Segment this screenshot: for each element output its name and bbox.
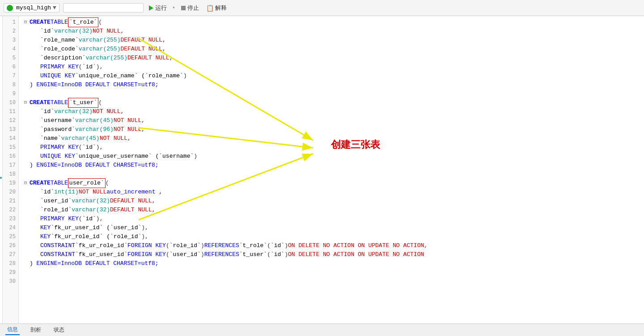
- bottom-tab-status[interactable]: 状态: [52, 325, 66, 335]
- stop-button[interactable]: 停止: [179, 3, 201, 13]
- code-line-8: ) ENGINE=InnoDB DEFAULT CHARSET=utf8;: [22, 80, 644, 89]
- toolbar: mysql_high ▼ 运行 ▪ 停止 📋 解释: [0, 0, 644, 16]
- code-line-1: ⊟CREATE TABLE `t_role` (: [22, 18, 644, 27]
- explain-button[interactable]: 📋 解释: [204, 3, 229, 13]
- line-number-2: 2: [3, 27, 18, 36]
- code-line-13: `password` varchar(96) NOT NULL,: [22, 125, 644, 134]
- line-number-3: 3: [3, 36, 18, 45]
- line-number-23: 23: [3, 214, 18, 223]
- code-line-7: UNIQUE KEY `unique_role_name` (`role_nam…: [22, 71, 644, 80]
- code-line-5: `description` varchar(255) DEFAULT NULL,: [22, 54, 644, 63]
- table-name: `t_user`: [68, 98, 98, 108]
- line-number-14: 14: [3, 134, 18, 143]
- fold-icon-21: [22, 198, 29, 204]
- bottom-tab-profile[interactable]: 剖析: [29, 325, 43, 335]
- line-number-26: 26: [3, 241, 18, 250]
- line-number-19: 19: [3, 179, 18, 188]
- code-area[interactable]: ⊟CREATE TABLE `t_role` (`id` varchar(32)…: [19, 16, 644, 323]
- line-number-29: 29: [3, 268, 18, 277]
- line-number-25: 25: [3, 232, 18, 241]
- fold-icon-10[interactable]: ⊟: [22, 100, 29, 106]
- line-numbers: 1234567891011121314151617181920212223242…: [3, 16, 19, 323]
- db-selector[interactable]: mysql_high ▼: [4, 3, 59, 13]
- fold-icon-7: [22, 73, 29, 79]
- fold-icon-17: [22, 162, 29, 168]
- stop-label: 停止: [187, 4, 199, 12]
- line-number-1: 1: [3, 18, 18, 27]
- stop-icon: [181, 6, 186, 10]
- separator1: ▪: [172, 4, 176, 11]
- fold-icon-5: [22, 55, 29, 61]
- fold-icon-2: [22, 28, 29, 34]
- line-number-22: 22: [3, 206, 18, 214]
- explain-icon: 📋: [206, 4, 214, 12]
- fold-icon-1[interactable]: ⊟: [22, 19, 29, 25]
- table-name: user_role`: [68, 178, 106, 188]
- code-line-23: PRIMARY KEY (`id`),: [22, 214, 644, 223]
- code-line-24: KEY `fk_ur_user_id` (`user_id`),: [22, 223, 644, 232]
- fold-icon-30: [22, 278, 29, 285]
- code-line-14: `name` varchar(45) NOT NULL,: [22, 134, 644, 143]
- line-number-24: 24: [3, 223, 18, 232]
- line-number-13: 13: [3, 125, 18, 134]
- fold-icon-13: [22, 126, 29, 133]
- line-number-20: 20: [3, 188, 18, 197]
- line-number-15: 15: [3, 143, 18, 152]
- fold-icon-24: [22, 225, 29, 231]
- code-line-10: ⊟CREATE TABLE `t_user` (: [22, 98, 644, 107]
- line-number-7: 7: [3, 71, 18, 80]
- line-number-9: 9: [3, 89, 18, 98]
- code-line-12: `username` varchar(45) NOT NULL,: [22, 116, 644, 125]
- line-number-18: 18: [3, 170, 18, 179]
- code-line-11: `id` varchar(32) NOT NULL,: [22, 107, 644, 116]
- fold-icon-6: [22, 64, 29, 70]
- db-name: mysql_high: [16, 4, 51, 11]
- line-number-16: 16: [3, 152, 18, 161]
- fold-icon-4: [22, 46, 29, 52]
- code-line-19: ⊟CREATE TABLE user_role` (: [22, 179, 644, 188]
- bottom-bar: 信息 剖析 状态: [0, 323, 644, 336]
- table-name: `t_role`: [68, 17, 98, 27]
- code-line-29: [22, 268, 644, 277]
- code-line-30: [22, 277, 644, 286]
- fold-icon-22: [22, 207, 29, 213]
- code-line-18: [22, 170, 644, 179]
- code-line-28: ) ENGINE=InnoDB DEFAULT CHARSET=utf8;: [22, 259, 644, 268]
- code-line-17: ) ENGINE=InnoDB DEFAULT CHARSET=utf8;: [22, 161, 644, 170]
- fold-icon-27: [22, 252, 29, 258]
- code-line-27: CONSTRAINT `fk_ur_user_id` FOREIGN KEY (…: [22, 250, 644, 259]
- line-number-8: 8: [3, 80, 18, 89]
- code-line-3: `role_name` varchar(255) DEFAULT NULL,: [22, 36, 644, 45]
- code-line-15: PRIMARY KEY (`id`),: [22, 143, 644, 152]
- fold-icon-9: [22, 91, 29, 97]
- code-line-6: PRIMARY KEY (`id`),: [22, 63, 644, 71]
- line-number-6: 6: [3, 63, 18, 71]
- code-line-21: `user_id` varchar(32) DEFAULT NULL,: [22, 197, 644, 206]
- query-selector[interactable]: [63, 3, 144, 13]
- line-number-27: 27: [3, 250, 18, 259]
- code-line-2: `id` varchar(32) NOT NULL,: [22, 27, 644, 36]
- fold-icon-14: [22, 135, 29, 142]
- bottom-tab-info[interactable]: 信息: [5, 325, 20, 335]
- fold-icon-15: [22, 144, 29, 151]
- line-number-21: 21: [3, 197, 18, 206]
- code-line-9: [22, 89, 644, 98]
- explain-label: 解释: [215, 4, 227, 12]
- fold-icon-25: [22, 234, 29, 240]
- editor-container: 1234567891011121314151617181920212223242…: [0, 16, 644, 323]
- line-number-11: 11: [3, 107, 18, 116]
- line-number-17: 17: [3, 161, 18, 170]
- fold-icon-23: [22, 216, 29, 222]
- fold-icon-19[interactable]: ⊟: [22, 180, 29, 186]
- line-number-5: 5: [3, 54, 18, 63]
- gutter-marker: [0, 177, 2, 179]
- run-button[interactable]: 运行: [147, 3, 169, 13]
- line-number-12: 12: [3, 116, 18, 125]
- fold-icon-12: [22, 118, 29, 124]
- fold-icon-11: [22, 109, 29, 115]
- fold-icon-20: [22, 189, 29, 195]
- run-label: 运行: [155, 4, 167, 12]
- fold-icon-3: [22, 37, 29, 43]
- code-line-25: KEY `fk_ur_role_id` (`role_id`),: [22, 232, 644, 241]
- line-number-28: 28: [3, 259, 18, 268]
